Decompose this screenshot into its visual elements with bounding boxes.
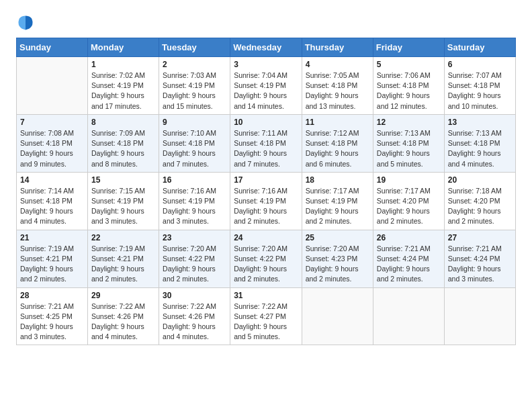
day-info: Sunrise: 7:16 AMSunset: 4:19 PMDaylight:… [234, 186, 298, 227]
day-number: 3 [234, 60, 298, 69]
day-number: 4 [306, 60, 369, 69]
day-info: Sunrise: 7:18 AMSunset: 4:20 PMDaylight:… [448, 186, 512, 227]
calendar-cell: 4Sunrise: 7:05 AMSunset: 4:18 PMDaylight… [302, 57, 373, 115]
calendar-cell: 26Sunrise: 7:21 AMSunset: 4:24 PMDayligh… [373, 230, 444, 287]
weekday-header-wednesday: Wednesday [230, 38, 302, 57]
calendar-cell: 9Sunrise: 7:10 AMSunset: 4:18 PMDaylight… [159, 114, 230, 172]
calendar-cell: 5Sunrise: 7:06 AMSunset: 4:18 PMDaylight… [373, 57, 444, 115]
calendar-cell: 31Sunrise: 7:22 AMSunset: 4:27 PMDayligh… [230, 287, 302, 345]
calendar-cell: 21Sunrise: 7:19 AMSunset: 4:21 PMDayligh… [17, 230, 88, 287]
day-info: Sunrise: 7:21 AMSunset: 4:25 PMDaylight:… [20, 302, 84, 342]
calendar-cell: 10Sunrise: 7:11 AMSunset: 4:18 PMDayligh… [230, 114, 302, 172]
calendar-cell: 2Sunrise: 7:03 AMSunset: 4:19 PMDaylight… [159, 57, 230, 115]
day-number: 28 [20, 291, 84, 300]
day-number: 16 [163, 175, 226, 185]
calendar-cell: 28Sunrise: 7:21 AMSunset: 4:25 PMDayligh… [17, 287, 88, 345]
calendar-cell: 15Sunrise: 7:15 AMSunset: 4:19 PMDayligh… [88, 172, 159, 230]
day-info: Sunrise: 7:07 AMSunset: 4:18 PMDaylight:… [448, 71, 512, 111]
day-info: Sunrise: 7:03 AMSunset: 4:19 PMDaylight:… [163, 71, 226, 111]
day-info: Sunrise: 7:21 AMSunset: 4:24 PMDaylight:… [448, 244, 512, 285]
calendar-table: SundayMondayTuesdayWednesdayThursdayFrid… [16, 38, 516, 345]
day-info: Sunrise: 7:08 AMSunset: 4:18 PMDaylight:… [20, 128, 84, 169]
calendar-cell: 20Sunrise: 7:18 AMSunset: 4:20 PMDayligh… [444, 172, 515, 230]
calendar-week-1: 1Sunrise: 7:02 AMSunset: 4:19 PMDaylight… [17, 57, 516, 115]
day-number: 20 [448, 175, 512, 185]
day-number: 12 [377, 118, 441, 127]
calendar-cell: 11Sunrise: 7:12 AMSunset: 4:18 PMDayligh… [302, 114, 373, 172]
calendar-cell: 22Sunrise: 7:19 AMSunset: 4:21 PMDayligh… [88, 230, 159, 287]
logo [16, 13, 38, 32]
day-number: 9 [163, 118, 226, 127]
calendar-cell [17, 57, 88, 115]
calendar-cell: 7Sunrise: 7:08 AMSunset: 4:18 PMDaylight… [17, 114, 88, 172]
calendar-cell: 12Sunrise: 7:13 AMSunset: 4:18 PMDayligh… [373, 114, 444, 172]
calendar-cell: 17Sunrise: 7:16 AMSunset: 4:19 PMDayligh… [230, 172, 302, 230]
calendar-cell: 3Sunrise: 7:04 AMSunset: 4:19 PMDaylight… [230, 57, 302, 115]
calendar-cell: 16Sunrise: 7:16 AMSunset: 4:19 PMDayligh… [159, 172, 230, 230]
logo-icon [16, 13, 35, 32]
weekday-header-row: SundayMondayTuesdayWednesdayThursdayFrid… [17, 38, 516, 57]
day-info: Sunrise: 7:22 AMSunset: 4:26 PMDaylight:… [163, 302, 226, 342]
weekday-header-friday: Friday [373, 38, 444, 57]
day-info: Sunrise: 7:13 AMSunset: 4:18 PMDaylight:… [377, 128, 441, 169]
day-info: Sunrise: 7:17 AMSunset: 4:20 PMDaylight:… [377, 186, 441, 227]
day-number: 18 [306, 175, 369, 185]
day-number: 19 [377, 175, 441, 185]
day-info: Sunrise: 7:16 AMSunset: 4:19 PMDaylight:… [163, 186, 226, 227]
calendar-week-3: 14Sunrise: 7:14 AMSunset: 4:18 PMDayligh… [17, 172, 516, 230]
calendar-cell: 19Sunrise: 7:17 AMSunset: 4:20 PMDayligh… [373, 172, 444, 230]
day-info: Sunrise: 7:22 AMSunset: 4:26 PMDaylight:… [91, 302, 155, 342]
day-number: 30 [163, 291, 226, 300]
day-info: Sunrise: 7:21 AMSunset: 4:24 PMDaylight:… [377, 244, 441, 285]
day-number: 23 [163, 233, 226, 242]
calendar-cell: 6Sunrise: 7:07 AMSunset: 4:18 PMDaylight… [444, 57, 515, 115]
calendar-cell: 8Sunrise: 7:09 AMSunset: 4:18 PMDaylight… [88, 114, 159, 172]
day-info: Sunrise: 7:17 AMSunset: 4:19 PMDaylight:… [306, 186, 369, 227]
day-number: 22 [91, 233, 155, 242]
calendar-week-5: 28Sunrise: 7:21 AMSunset: 4:25 PMDayligh… [17, 287, 516, 345]
day-info: Sunrise: 7:06 AMSunset: 4:18 PMDaylight:… [377, 71, 441, 111]
day-number: 7 [20, 118, 84, 127]
calendar-cell [302, 287, 373, 345]
day-info: Sunrise: 7:04 AMSunset: 4:19 PMDaylight:… [234, 71, 298, 111]
calendar-week-2: 7Sunrise: 7:08 AMSunset: 4:18 PMDaylight… [17, 114, 516, 172]
day-number: 31 [234, 291, 298, 300]
calendar-cell [373, 287, 444, 345]
calendar-cell: 23Sunrise: 7:20 AMSunset: 4:22 PMDayligh… [159, 230, 230, 287]
day-info: Sunrise: 7:20 AMSunset: 4:22 PMDaylight:… [234, 244, 298, 285]
day-info: Sunrise: 7:05 AMSunset: 4:18 PMDaylight:… [306, 71, 369, 111]
day-number: 6 [448, 60, 512, 69]
calendar-cell: 14Sunrise: 7:14 AMSunset: 4:18 PMDayligh… [17, 172, 88, 230]
day-number: 2 [163, 60, 226, 69]
day-number: 10 [234, 118, 298, 127]
calendar-cell: 24Sunrise: 7:20 AMSunset: 4:22 PMDayligh… [230, 230, 302, 287]
day-info: Sunrise: 7:10 AMSunset: 4:18 PMDaylight:… [163, 128, 226, 169]
day-number: 27 [448, 233, 512, 242]
day-info: Sunrise: 7:19 AMSunset: 4:21 PMDaylight:… [91, 244, 155, 285]
weekday-header-monday: Monday [88, 38, 159, 57]
day-number: 29 [91, 291, 155, 300]
calendar-cell: 30Sunrise: 7:22 AMSunset: 4:26 PMDayligh… [159, 287, 230, 345]
calendar-cell: 29Sunrise: 7:22 AMSunset: 4:26 PMDayligh… [88, 287, 159, 345]
day-info: Sunrise: 7:20 AMSunset: 4:23 PMDaylight:… [306, 244, 369, 285]
day-number: 11 [306, 118, 369, 127]
day-info: Sunrise: 7:20 AMSunset: 4:22 PMDaylight:… [163, 244, 226, 285]
weekday-header-sunday: Sunday [17, 38, 88, 57]
day-number: 1 [91, 60, 155, 69]
page-header [16, 13, 516, 32]
day-info: Sunrise: 7:11 AMSunset: 4:18 PMDaylight:… [234, 128, 298, 169]
day-number: 14 [20, 175, 84, 185]
day-info: Sunrise: 7:02 AMSunset: 4:19 PMDaylight:… [91, 71, 155, 111]
day-info: Sunrise: 7:12 AMSunset: 4:18 PMDaylight:… [306, 128, 369, 169]
day-number: 25 [306, 233, 369, 242]
day-info: Sunrise: 7:13 AMSunset: 4:18 PMDaylight:… [448, 128, 512, 169]
day-info: Sunrise: 7:15 AMSunset: 4:19 PMDaylight:… [91, 186, 155, 227]
day-info: Sunrise: 7:14 AMSunset: 4:18 PMDaylight:… [20, 186, 84, 227]
calendar-cell [444, 287, 515, 345]
day-number: 13 [448, 118, 512, 127]
day-number: 8 [91, 118, 155, 127]
day-number: 24 [234, 233, 298, 242]
weekday-header-tuesday: Tuesday [159, 38, 230, 57]
day-info: Sunrise: 7:22 AMSunset: 4:27 PMDaylight:… [234, 302, 298, 342]
calendar-cell: 1Sunrise: 7:02 AMSunset: 4:19 PMDaylight… [88, 57, 159, 115]
